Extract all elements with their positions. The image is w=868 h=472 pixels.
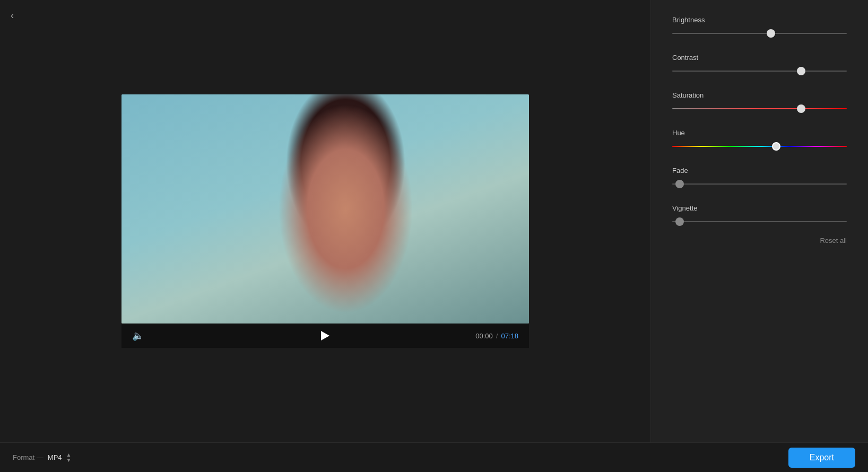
hue-adjustment: Hue <box>672 129 847 152</box>
fade-slider[interactable] <box>672 183 847 185</box>
time-separator: / <box>496 332 498 340</box>
play-icon <box>321 331 329 340</box>
fade-adjustment: Fade <box>672 167 847 189</box>
contrast-slider[interactable] <box>672 71 847 72</box>
video-container: 🔈 00:00 / 07:18 <box>121 94 529 348</box>
contrast-label: Contrast <box>672 54 847 62</box>
format-label: Format — <box>13 453 44 461</box>
hue-slider[interactable] <box>672 146 847 147</box>
export-button[interactable]: Export <box>788 448 855 468</box>
total-time: 07:18 <box>501 332 518 340</box>
hue-slider-container <box>672 141 847 152</box>
volume-icon: 🔈 <box>132 330 144 342</box>
reset-all-button[interactable]: Reset all <box>820 237 847 244</box>
saturation-adjustment: Saturation <box>672 91 847 114</box>
hue-label: Hue <box>672 129 847 137</box>
fade-label: Fade <box>672 167 847 174</box>
saturation-slider-container <box>672 103 847 114</box>
brightness-label: Brightness <box>672 16 847 24</box>
vignette-adjustment: Vignette <box>672 204 847 227</box>
play-button[interactable] <box>321 331 329 340</box>
right-panel: Brightness Contrast Saturation Hue <box>650 0 868 442</box>
vignette-slider[interactable] <box>672 221 847 222</box>
contrast-adjustment: Contrast <box>672 54 847 76</box>
format-selector: Format — MP4 ▲ ▼ <box>13 452 71 463</box>
contrast-slider-container <box>672 66 847 76</box>
saturation-slider[interactable] <box>672 108 847 109</box>
brightness-slider[interactable] <box>672 33 847 34</box>
fade-slider-container <box>672 179 847 189</box>
brightness-adjustment: Brightness <box>672 16 847 39</box>
time-display: 00:00 / 07:18 <box>475 332 518 340</box>
video-thumbnail <box>121 94 529 324</box>
format-value: MP4 <box>48 453 62 461</box>
brightness-slider-container <box>672 28 847 39</box>
video-image <box>121 94 529 324</box>
left-panel: ‹ 🔈 00:00 / 07:18 <box>0 0 650 442</box>
back-button[interactable]: ‹ <box>11 11 14 20</box>
volume-button[interactable]: 🔈 <box>132 330 144 342</box>
arrow-up-icon: ▲ <box>66 452 72 458</box>
current-time: 00:00 <box>475 332 493 340</box>
arrow-down-icon: ▼ <box>66 458 72 463</box>
format-arrows[interactable]: ▲ ▼ <box>66 452 72 463</box>
bottom-bar: Format — MP4 ▲ ▼ Export <box>0 442 868 472</box>
vignette-label: Vignette <box>672 204 847 212</box>
video-controls: 🔈 00:00 / 07:18 <box>121 324 529 348</box>
vignette-slider-container <box>672 216 847 227</box>
saturation-label: Saturation <box>672 91 847 99</box>
